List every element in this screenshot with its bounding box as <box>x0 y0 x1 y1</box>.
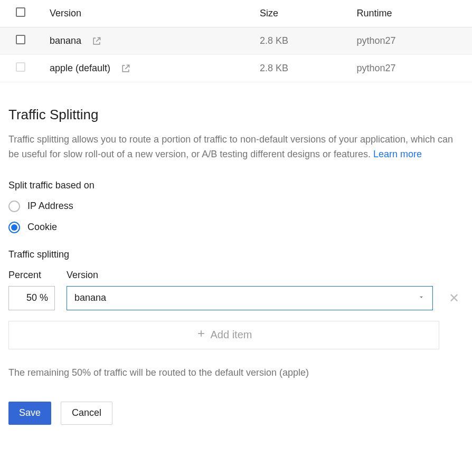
traffic-splitting-label: Traffic splitting <box>8 249 464 260</box>
table-row[interactable]: banana 2.8 KB python27 <box>0 27 472 55</box>
save-button[interactable]: Save <box>8 402 51 425</box>
percent-input[interactable] <box>8 286 55 310</box>
split-by-label: Split traffic based on <box>8 180 464 191</box>
column-label-version: Version <box>67 270 98 281</box>
cell-runtime: python27 <box>350 27 472 55</box>
external-link-icon[interactable] <box>120 63 131 74</box>
radio-label-cookie: Cookie <box>27 222 57 233</box>
column-header-size: Size <box>253 0 350 27</box>
radio-label-ip: IP Address <box>27 201 73 212</box>
column-header-version: Version <box>32 0 253 27</box>
remove-entry-icon[interactable]: ✕ <box>445 291 464 306</box>
version-name: apple (default) <box>50 63 110 73</box>
column-header-runtime: Runtime <box>350 0 472 27</box>
external-link-icon[interactable] <box>91 36 102 46</box>
version-select-value: banana <box>74 292 106 303</box>
learn-more-link[interactable]: Learn more <box>373 149 422 159</box>
versions-table: Version Size Runtime banana 2.8 KB pytho… <box>0 0 472 82</box>
plus-icon <box>196 328 206 341</box>
cancel-button[interactable]: Cancel <box>61 402 112 425</box>
cell-size: 2.8 KB <box>253 55 350 82</box>
traffic-splitting-heading: Traffic Splitting <box>8 107 464 123</box>
row-checkbox[interactable] <box>16 62 25 72</box>
cell-runtime: python27 <box>350 55 472 82</box>
cell-size: 2.8 KB <box>253 27 350 55</box>
chevron-down-icon <box>418 292 425 303</box>
add-item-label: Add item <box>211 329 252 341</box>
column-label-percent: Percent <box>8 270 55 281</box>
row-checkbox[interactable] <box>16 35 25 44</box>
radio-ip-address[interactable]: IP Address <box>8 201 464 212</box>
radio-cookie[interactable]: Cookie <box>8 222 464 233</box>
version-select[interactable]: banana <box>67 286 433 310</box>
table-row[interactable]: apple (default) 2.8 KB python27 <box>0 55 472 82</box>
select-all-checkbox[interactable] <box>16 7 25 17</box>
version-name: banana <box>50 35 81 46</box>
traffic-splitting-description: Traffic splitting allows you to route a … <box>8 132 462 162</box>
remaining-traffic-text: The remaining 50% of traffic will be rou… <box>8 367 464 378</box>
add-item-button[interactable]: Add item <box>8 321 439 349</box>
